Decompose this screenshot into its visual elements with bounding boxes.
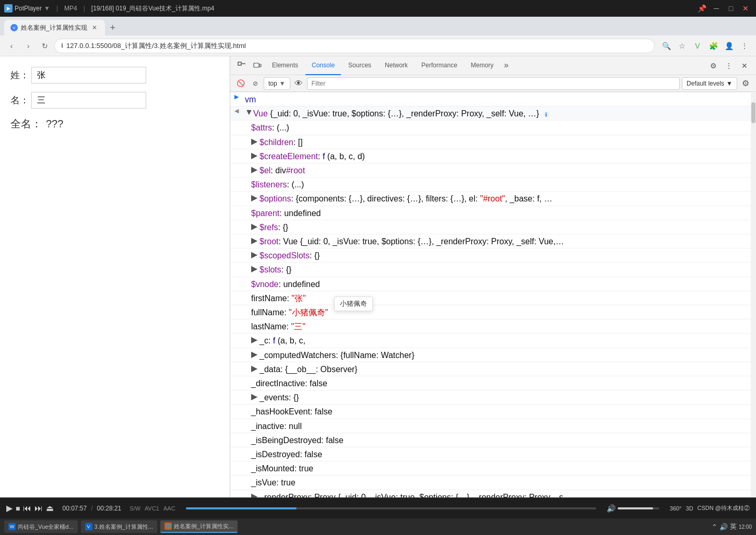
progress-bar[interactable] [186,507,596,509]
settings-icon[interactable]: ⚙ [706,58,720,73]
name-row: 名： [10,92,219,109]
main-area: 姓： 名： 全名： ??? Elements Console [0,56,756,518]
reload-button[interactable]: ↻ [38,39,52,53]
volume-control: 🔊 [607,504,659,513]
close-button[interactable]: ✕ [739,2,752,15]
scopedslots-arrow[interactable]: ▶ [251,249,259,259]
name-input[interactable] [31,92,146,109]
createelement-arrow[interactable]: ▶ [251,150,259,160]
svg-rect-2 [254,63,259,67]
console-line-vnode: $vnode: undefined [230,277,751,291]
console-vm-prompt: vm [245,93,747,106]
app-name-area: ▶ PotPlayer ▼ [4,4,50,13]
fullname-row: 全名： ??? [10,117,219,131]
tab-console[interactable]: Console [305,56,341,75]
console-scrollbar[interactable] [751,92,756,518]
active-tab[interactable]: V 姓名案例_计算属性实现 ✕ [4,20,105,35]
options-arrow[interactable]: ▶ [251,193,259,203]
inspect-tool[interactable] [234,58,249,73]
eye-button[interactable]: 👁 [292,77,305,90]
tab-favicon: V [10,24,18,31]
el-arrow[interactable]: ▶ [251,164,259,174]
console-line-createelement: ▶ $createElement: f (a, b, c, d) [230,149,751,163]
extension-icon[interactable]: V [690,39,705,53]
tab-memory[interactable]: Memory [465,56,500,75]
tab-close-button[interactable]: ✕ [90,23,99,32]
menu-button[interactable]: ⋮ [737,39,752,53]
svg-rect-0 [238,62,241,65]
address-bar[interactable]: ℹ 127.0.0.1:5500/08_计算属性/3.姓名案例_计算属性实现.h… [54,39,655,53]
line-gutter: ▶ [234,93,245,100]
fullname-label: 全名： [10,117,42,131]
refs-arrow[interactable]: ▶ [251,221,259,231]
console-line-fullname: fullName: "小猪佩奇" [230,305,751,319]
codec2-info: AAC [163,505,175,512]
media-bar: ▶ ■ ⏮ ⏭ ⏏ 00:07:57 / 00:28:21 S/W AVC1 A… [0,497,756,518]
context-select[interactable]: top ▼ [264,77,290,90]
taskbar-item-vscode[interactable]: V 3.姓名案例_计算属性... [81,520,157,533]
back-button[interactable]: ‹ [4,39,19,53]
c-arrow[interactable]: ▶ [251,335,259,344]
taskbar-item-browser[interactable]: 🌐 姓名案例_计算属性实... [160,520,238,533]
taskbar-label-word: 尚硅谷_Vue全家桶d... [18,523,74,531]
svg-rect-3 [259,64,261,67]
filter-toggle[interactable]: ⊘ [249,77,262,90]
events-arrow[interactable]: ▶ [251,391,259,401]
next-button[interactable]: ⏭ [34,504,43,513]
scrollbar-thumb[interactable] [751,102,755,123]
title-controls: 📌 ─ □ ✕ [695,2,752,15]
console-settings-button[interactable]: ⚙ [739,77,752,90]
taskbar-icon-browser: 🌐 [164,522,172,530]
filter-input[interactable] [307,77,680,90]
profile-button[interactable]: 👤 [722,39,736,53]
computedwatchers-arrow[interactable]: ▶ [251,349,259,359]
tab-sources[interactable]: Sources [342,56,377,75]
devtools-header-icons: ⚙ ⋮ ✕ [706,58,752,73]
restore-button[interactable]: □ [725,2,737,15]
tab-performance[interactable]: Performance [415,56,464,75]
app-name: PotPlayer [15,5,42,12]
taskbar-item-word[interactable]: W 尚硅谷_Vue全家桶d... [4,520,78,533]
minimize-button[interactable]: ─ [710,2,723,15]
root-arrow[interactable]: ▶ [251,235,259,245]
volume-icon[interactable]: 🔊 [607,504,616,513]
console-toolbar: 🚫 ⊘ top ▼ 👁 Default levels ▼ ⚙ [230,75,756,92]
console-line-computedwatchers: ▶ _computedWatchers: {fullName: Watcher} [230,348,751,362]
windows-taskbar: W 尚硅谷_Vue全家桶d... V 3.姓名案例_计算属性... 🌐 姓名案例… [0,518,756,535]
tab-elements[interactable]: Elements [266,56,304,75]
prev-button[interactable]: ⏮ [23,504,31,513]
console-line-parent: $parent: undefined [230,206,751,220]
console-line-vue-obj: ◀ ▼ Vue {_uid: 0, _isVue: true, $options… [230,106,751,121]
title-bar-dropdown[interactable]: ▼ [44,5,50,12]
more-options-icon[interactable]: ⋮ [722,58,736,73]
clear-console-button[interactable]: 🚫 [234,77,247,90]
pin-button[interactable]: 📌 [695,2,708,15]
extensions-button[interactable]: 🧩 [706,39,720,53]
sys-icon-volume[interactable]: 🔊 [719,523,728,531]
context-value: top [268,80,277,87]
children-arrow[interactable]: ▶ [251,136,259,146]
slots-arrow[interactable]: ▶ [251,264,259,274]
vue-obj-text: Vue {_uid: 0, _isVue: true, $options: {…… [253,108,747,120]
sys-icon-chevron[interactable]: ⌃ [712,523,717,531]
stop-button[interactable]: ■ [16,504,20,513]
forward-button[interactable]: › [21,39,36,53]
tab-network[interactable]: Network [379,56,414,75]
console-line-scopedslots: ▶ $scopedSlots: {} [230,248,751,263]
zoom-button[interactable]: 🔍 [659,39,674,53]
play-button[interactable]: ▶ [6,503,13,513]
eject-button[interactable]: ⏏ [46,503,54,513]
data-arrow[interactable]: ▶ [251,363,259,373]
surname-input[interactable] [31,67,146,84]
bookmark-button[interactable]: ☆ [675,39,689,53]
volume-bar[interactable] [618,507,659,509]
tab-more[interactable]: » [501,56,512,75]
device-toolbar[interactable] [250,58,265,73]
new-tab-button[interactable]: + [105,20,121,35]
collapse-arrow[interactable]: ▼ [245,108,253,117]
console-line-inactive: _inactive: null [230,419,751,433]
sys-lang[interactable]: 英 [730,522,737,531]
log-level-select[interactable]: Default levels ▼ [682,77,737,90]
console-line-firstname: firstName: "张" [230,291,751,305]
close-devtools-button[interactable]: ✕ [737,58,752,73]
